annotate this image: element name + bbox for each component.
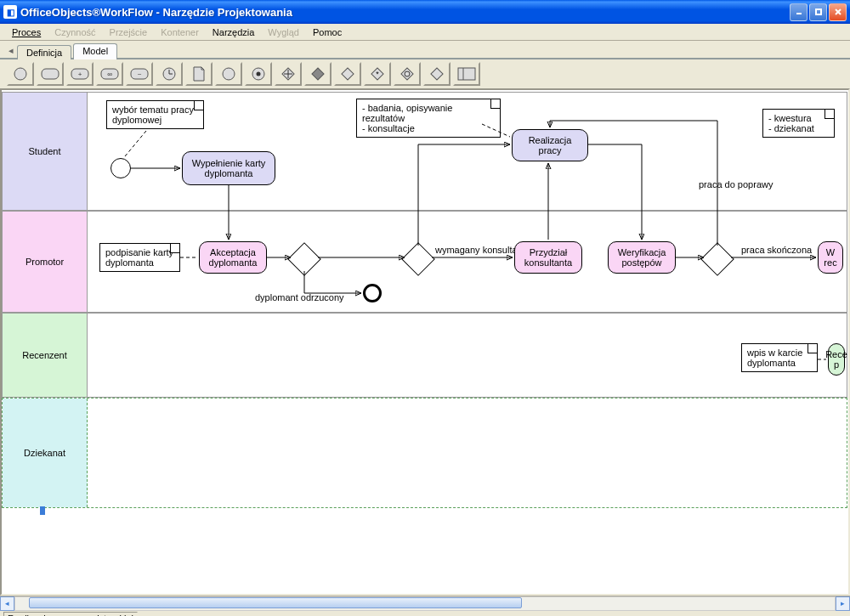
window-titlebar: ◧ OfficeObjects®WorkFlow - Narzędzie Pro… (0, 0, 850, 24)
tabbar: ◂ Definicja Model (0, 41, 850, 59)
lane-header-promotor: Promotor (3, 212, 88, 312)
annotation-bursar-text: - kwestura - dziekanat (768, 113, 814, 133)
tool-intermediate-event-icon[interactable] (245, 62, 272, 86)
menu-czynnosc: Czynność (48, 25, 102, 39)
menu-wyglad: Wygląd (261, 25, 306, 39)
app-icon: ◧ (3, 5, 17, 19)
close-button[interactable] (829, 3, 847, 21)
annotation-research-text: - badania, opisywanie rezultatów - konsu… (362, 103, 452, 133)
lane-header-student: Student (3, 93, 88, 210)
tool-task-icon[interactable] (37, 62, 64, 86)
tab-model[interactable]: Model (73, 43, 117, 59)
svg-rect-27 (431, 68, 443, 80)
task-assign-consultant[interactable]: Przydział konsultanta (514, 241, 582, 274)
task-partial-right-text: W rec (824, 247, 836, 268)
window-controls (790, 3, 847, 21)
tab-scroll-left-icon[interactable]: ◂ (5, 42, 17, 58)
swimlane-dziekanat[interactable]: Dziekanat (2, 398, 847, 508)
task-realization-text: Realizacja pracy (516, 135, 584, 155)
task-acceptance-text: Akceptacja dyplomanta (203, 247, 263, 268)
scroll-thumb[interactable] (29, 597, 522, 608)
diagram-canvas[interactable]: Student Promotor Recenzent Dziekanat wyb… (0, 88, 850, 596)
menu-przejscie: Przejście (103, 25, 155, 39)
menu-proces[interactable]: Proces (5, 25, 48, 39)
scroll-track[interactable] (14, 596, 836, 611)
tool-gateway-complex-icon[interactable]: * (364, 62, 391, 86)
svg-rect-5 (42, 69, 59, 79)
status-text: Realizacja pracy magisterskiej (3, 612, 138, 616)
annotation-rec-entry-text: wpis w karcie dyplomanta (747, 348, 802, 368)
annotation-sign-card[interactable]: podpisanie karty dyplomanta (99, 243, 180, 272)
task-fill-card-text: Wypełnienie karty dyplomanta (186, 158, 271, 178)
tool-gateway-inclusive-icon[interactable] (304, 62, 332, 86)
task-acceptance[interactable]: Akceptacja dyplomanta (199, 241, 267, 274)
annotation-research[interactable]: - badania, opisywanie rezultatów - konsu… (356, 99, 501, 138)
tool-end-event-icon[interactable] (215, 62, 242, 86)
tool-lane-icon[interactable] (453, 62, 480, 86)
menu-kontener: Kontener (154, 25, 206, 39)
svg-rect-1 (816, 9, 821, 14)
tool-task-loop-icon[interactable]: ∞ (96, 62, 123, 86)
window-title: OfficeObjects®WorkFlow - Narzędzie Proje… (20, 6, 790, 19)
annotation-sign-card-text: podpisanie karty dyplomanta (105, 247, 173, 268)
statusbar: Realizacja pracy magisterskiej (0, 610, 850, 616)
edge-label-finished: praca skończona (741, 245, 812, 255)
svg-point-4 (14, 68, 26, 80)
edge-label-to-fix: praca do poprawy (699, 179, 773, 189)
task-verification[interactable]: Weryfikacja postępów (608, 241, 676, 274)
minimize-button[interactable] (790, 3, 808, 21)
annotation-topic-text: wybór tematu pracy dyplomowej (112, 105, 194, 125)
horizontal-scrollbar[interactable]: ◂ ▸ (0, 596, 850, 610)
selection-handle[interactable] (40, 506, 45, 515)
tool-task-plus-icon[interactable]: + (66, 62, 94, 86)
svg-text:+: + (78, 71, 82, 78)
task-partial-right[interactable]: W rec (818, 241, 843, 274)
toolbar: + ∞ ~ * (0, 59, 850, 88)
tab-definicja[interactable]: Definicja (17, 45, 71, 59)
task-assign-consultant-text: Przydział konsultanta (518, 247, 578, 268)
svg-text:∞: ∞ (107, 71, 112, 78)
svg-text:~: ~ (138, 71, 142, 78)
edge-label-consultant: wymagany konsultant (435, 245, 525, 255)
menu-pomoc[interactable]: Pomoc (306, 25, 348, 39)
svg-rect-22 (342, 68, 354, 80)
task-realization[interactable]: Realizacja pracy (512, 129, 588, 161)
scroll-right-button[interactable]: ▸ (836, 596, 850, 611)
annotation-bursar[interactable]: - kwestura - dziekanat (762, 109, 835, 138)
svg-text:*: * (376, 70, 379, 78)
tool-gateway-event-icon[interactable] (394, 62, 421, 86)
lane-header-recenzent: Recenzent (3, 314, 88, 397)
annotation-rec-entry[interactable]: wpis w karcie dyplomanta (741, 343, 818, 372)
svg-point-17 (257, 72, 261, 76)
scroll-left-button[interactable]: ◂ (0, 596, 14, 611)
svg-point-15 (223, 68, 235, 80)
swimlane-recenzent[interactable]: Recenzent (2, 313, 847, 398)
task-verification-text: Weryfikacja postępów (612, 247, 672, 268)
edge-label-rejected: dyplomant odrzucony (255, 292, 344, 302)
maximize-button[interactable] (809, 3, 827, 21)
tool-timer-icon[interactable] (156, 62, 183, 86)
menu-narzedzia[interactable]: Narzędzia (206, 25, 262, 39)
svg-rect-25 (401, 68, 413, 80)
task-rec-green[interactable]: Rece p (828, 343, 845, 376)
tool-gateway-exclusive-icon[interactable] (334, 62, 361, 86)
menubar: Proces Czynność Przejście Kontener Narzę… (0, 24, 850, 41)
tool-task-adhoc-icon[interactable]: ~ (126, 62, 153, 86)
annotation-topic[interactable]: wybór tematu pracy dyplomowej (106, 100, 204, 129)
svg-rect-28 (458, 68, 475, 80)
svg-rect-21 (312, 68, 324, 80)
tool-document-icon[interactable] (185, 62, 212, 86)
tool-gateway-dot-icon[interactable] (423, 62, 450, 86)
tool-gateway-parallel-icon[interactable] (275, 62, 302, 86)
tool-start-event-icon[interactable] (7, 62, 34, 86)
start-event[interactable] (110, 158, 131, 178)
end-event-rejected[interactable] (363, 284, 382, 302)
task-rec-green-text: Rece p (825, 349, 847, 370)
task-fill-card[interactable]: Wypełnienie karty dyplomanta (182, 151, 275, 185)
lane-header-dziekanat: Dziekanat (3, 398, 88, 507)
